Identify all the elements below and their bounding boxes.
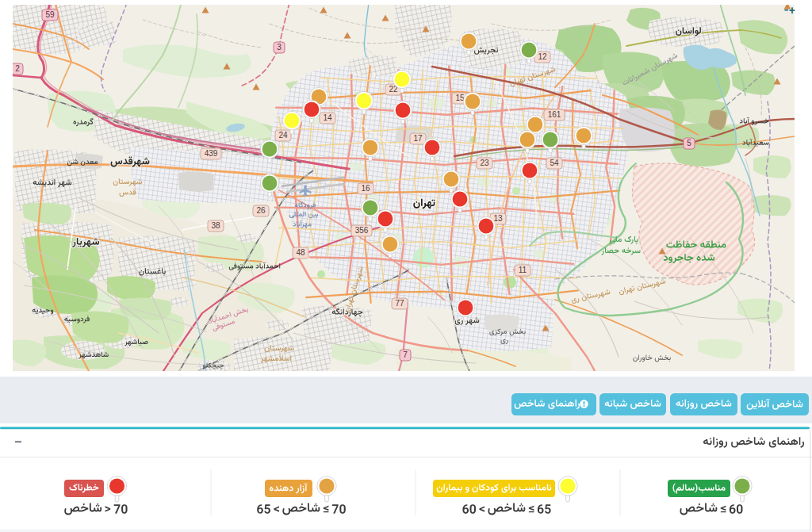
svg-text:3: 3 (277, 43, 282, 52)
svg-text:23: 23 (480, 159, 489, 167)
svg-text:5: 5 (687, 139, 691, 147)
svg-text:77: 77 (395, 299, 404, 308)
svg-text:16: 16 (361, 184, 370, 193)
svg-text:17: 17 (413, 134, 423, 143)
svg-text:356: 356 (355, 226, 369, 235)
svg-text:24: 24 (278, 131, 288, 140)
svg-text:26: 26 (256, 206, 266, 215)
svg-text:38: 38 (211, 221, 220, 230)
svg-text:161: 161 (548, 110, 561, 119)
svg-text:48: 48 (296, 248, 305, 257)
svg-text:54: 54 (550, 159, 559, 167)
svg-text:7: 7 (403, 350, 408, 359)
svg-text:11: 11 (519, 266, 527, 274)
svg-text:59: 59 (45, 10, 55, 19)
svg-text:13: 13 (493, 214, 503, 223)
svg-text:439: 439 (205, 149, 218, 158)
svg-text:12: 12 (538, 52, 547, 61)
svg-text:2: 2 (15, 64, 20, 73)
svg-text:14: 14 (323, 113, 332, 122)
